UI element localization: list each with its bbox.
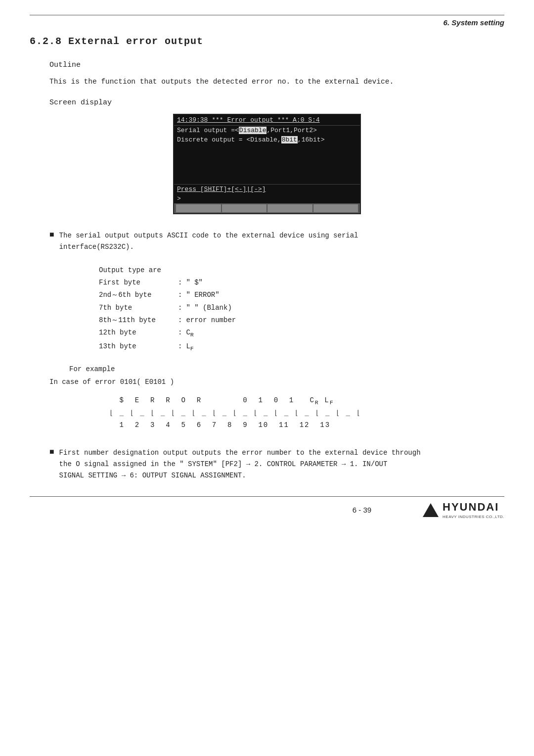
bar-item-1 <box>176 204 221 212</box>
bar-item-4 <box>313 204 358 212</box>
discrete-label: Discrete output = <Disable, <box>177 136 281 143</box>
screen-box: 14:39:38 *** Error output *** A:0 S:4 Se… <box>173 114 361 214</box>
bullet2-row: ■ First number designation output output… <box>49 447 504 481</box>
screen-prompt-row: > <box>174 194 360 203</box>
outline-text: This is the function that outputs the de… <box>49 76 504 88</box>
ot-row-2: 2nd～6th byte : " ERROR" <box>99 289 504 301</box>
ot-label-1: First byte <box>99 277 178 289</box>
header-section-label: 6. System setting <box>30 18 504 27</box>
ot-colon-6: : <box>178 340 182 353</box>
output-type-header: Output type are <box>99 264 504 277</box>
ot-value-2: " ERROR" <box>186 289 219 301</box>
section-title: 6.2.8 External error output <box>30 36 504 47</box>
bullet2-the: the <box>59 460 72 468</box>
ot-row-4: 8th～11th byte : error number <box>99 314 504 327</box>
top-rule <box>30 15 504 15</box>
discrete-highlight: 8bit <box>281 136 298 143</box>
bullet1-text: The serial output outputs ASCII code to … <box>59 230 358 252</box>
outline-label: Outline <box>49 61 504 69</box>
byte-numbers-row: 1 2 3 4 5 6 7 8 9 10 11 12 13 <box>99 420 504 431</box>
screen-row-discrete: Discrete output = <Disable,8bit,16bit> <box>174 135 360 144</box>
prompt-symbol: > <box>177 195 181 202</box>
bullet2-text: First number designation output outputs … <box>59 447 421 481</box>
footer-logo: HYUNDAI HEAVY INDUSTRIES CO.,LTD. <box>371 501 504 519</box>
screen-title-text: 14:39:38 *** Error output *** A:0 S:4 <box>177 116 320 124</box>
bullet1-line2: interface(RS232C). <box>59 243 134 251</box>
logo-text-block: HYUNDAI HEAVY INDUSTRIES CO.,LTD. <box>443 501 504 519</box>
ot-value-5: CR <box>186 327 193 340</box>
serial-suffix: ,Port1,Port2> <box>267 127 316 134</box>
bottom-rule <box>30 496 504 497</box>
ot-value-4: error number <box>186 314 236 327</box>
bullet2-icon: ■ <box>49 448 54 457</box>
ot-row-1: First byte : " $" <box>99 277 504 289</box>
bar-item-3 <box>267 204 312 212</box>
ot-row-5: 12th byte : CR <box>99 327 504 340</box>
ot-colon-2: : <box>178 289 182 301</box>
serial-highlight: Disable <box>239 127 267 134</box>
screen-press-row: Press [SHIFT]+[<-]|[->] <box>174 184 360 194</box>
ot-label-3: 7th byte <box>99 302 178 314</box>
screen-display-wrapper: 14:39:38 *** Error output *** A:0 S:4 Se… <box>30 114 504 214</box>
ot-colon-5: : <box>178 327 182 339</box>
page-container: 6. System setting 6.2.8 External error o… <box>0 0 534 756</box>
ot-row-3: 7th byte : " " (Blank) <box>99 302 504 314</box>
ot-row-6: 13th byte : LF <box>99 340 504 354</box>
output-type-section: Output type are First byte : " $" 2nd～6t… <box>99 264 504 354</box>
ot-label-5: 12th byte <box>99 327 178 339</box>
ot-value-3: " " (Blank) <box>186 302 231 314</box>
bar-item-2 <box>222 204 267 212</box>
ot-value-1: " $" <box>186 277 203 289</box>
screen-title-row: 14:39:38 *** Error output *** A:0 S:4 <box>174 115 360 126</box>
ot-colon-4: : <box>178 314 182 327</box>
ot-label-2: 2nd～6th byte <box>99 289 178 301</box>
in-case-of-label: In case of error 0101( E0101 ) <box>49 378 504 386</box>
ot-label-6: 13th byte <box>99 340 178 353</box>
footer: 6 - 39 HYUNDAI HEAVY INDUSTRIES CO.,LTD. <box>30 501 504 519</box>
logo-name: HYUNDAI <box>443 501 499 513</box>
ot-colon-1: : <box>178 277 182 289</box>
screen-blank-area <box>174 144 360 184</box>
footer-page: 6 - 39 <box>353 506 371 514</box>
byte-diagram: $ E R R O R 0 1 0 1 CR LF ⌊ _ ⌊ _ ⌊ _ ⌊ … <box>99 395 504 431</box>
bullet1-icon: ■ <box>49 231 54 239</box>
ot-colon-3: : <box>178 302 182 314</box>
serial-label: Serial output =< <box>177 127 239 134</box>
discrete-suffix: ,16bit> <box>298 136 325 143</box>
screen-bottom-bar <box>174 203 360 213</box>
screen-row-serial: Serial output =<Disable,Port1,Port2> <box>174 126 360 135</box>
ot-value-6: LF <box>186 340 193 354</box>
screen-display-label: Screen display <box>49 98 504 107</box>
bullet1-row: ■ The serial output outputs ASCII code t… <box>49 230 504 252</box>
bullet2-section: ■ First number designation output output… <box>49 447 504 481</box>
logo-triangle-icon <box>423 503 439 517</box>
bullet1-section: ■ The serial output outputs ASCII code t… <box>49 230 504 252</box>
press-text: Press [SHIFT]+[<-]|[->] <box>177 186 266 193</box>
bullet1-line1: The serial output outputs ASCII code to … <box>59 232 358 239</box>
ot-label-4: 8th～11th byte <box>99 314 178 327</box>
byte-underline-row: ⌊ _ ⌊ _ ⌊ _ ⌊ _ ⌊ _ ⌊ _ ⌊ _ ⌊ _ ⌊ _ ⌊ _ … <box>99 408 504 420</box>
logo-sub: HEAVY INDUSTRIES CO.,LTD. <box>443 515 504 519</box>
for-example-label: For example <box>69 365 504 373</box>
byte-chars-row: $ E R R O R 0 1 0 1 CR LF <box>99 395 504 408</box>
